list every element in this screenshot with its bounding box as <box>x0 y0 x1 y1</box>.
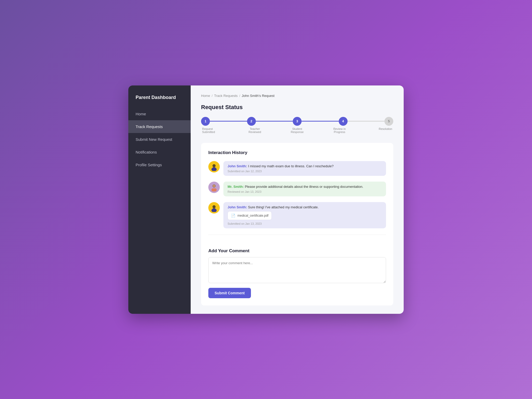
file-icon: 📄 <box>231 214 235 218</box>
message-text-2: Mr. Smith: Please provide additional det… <box>228 185 382 189</box>
comment-section: Add Your Comment Submit Comment <box>208 241 386 298</box>
attachment[interactable]: 📄 medical_certificate.pdf <box>228 211 272 220</box>
comment-title: Add Your Comment <box>208 248 386 254</box>
avatar-teacher-1 <box>208 182 220 193</box>
app-container: Parent Dashboard Home Track Requests Sub… <box>128 85 404 314</box>
step-4-circle: 4 <box>339 117 348 126</box>
step-1-circle: 1 <box>201 117 210 126</box>
avatar-student-1 <box>208 161 220 172</box>
breadcrumb-sep-1: / <box>212 94 213 98</box>
step-4-label: Review in Progress <box>329 127 350 134</box>
message-date-3: Submitted on Jan 13, 2023 <box>228 222 382 225</box>
sidebar-item-submit-new-request[interactable]: Submit New Request <box>128 133 191 146</box>
message-sender-2: Mr. Smith: <box>228 185 245 189</box>
divider <box>208 235 386 235</box>
step-5-label: Resolution <box>371 127 392 134</box>
message-item-1: John Smith: I missed my math exam due to… <box>208 161 386 176</box>
sidebar-title: Parent Dashboard <box>128 85 191 108</box>
svg-point-6 <box>212 205 216 208</box>
step-2-label: Teacher Reviewed <box>244 127 265 134</box>
breadcrumb-current: John Smith's Request <box>242 94 275 98</box>
attachment-name: medical_certificate.pdf <box>237 214 268 217</box>
submit-comment-button[interactable]: Submit Comment <box>208 288 251 298</box>
avatar-student-2 <box>208 202 220 214</box>
message-date-2: Reviewed on Jan 13, 2023 <box>228 190 382 193</box>
step-1-label: Request Submitted <box>202 127 223 134</box>
message-item-2: Mr. Smith: Please provide additional det… <box>208 182 386 196</box>
svg-rect-4 <box>211 188 217 191</box>
sidebar-item-notifications[interactable]: Notifications <box>128 146 191 158</box>
comment-textarea[interactable] <box>208 257 386 283</box>
stepper-labels: Request Submitted Teacher Reviewed Stude… <box>201 127 393 134</box>
step-line-3 <box>302 121 339 122</box>
message-text-1: John Smith: I missed my math exam due to… <box>228 164 382 168</box>
step-2-circle: 2 <box>247 117 256 126</box>
step-3-circle: 3 <box>293 117 302 126</box>
step-line-1 <box>210 121 247 122</box>
step-5-circle: 5 <box>384 117 393 126</box>
breadcrumb-home[interactable]: Home <box>201 94 210 98</box>
breadcrumb-sep-2: / <box>239 94 240 98</box>
message-bubble-3: John Smith: Sure thing! I've attached my… <box>223 202 386 228</box>
message-date-1: Submitted on Jan 12, 2023 <box>228 170 382 173</box>
request-status-title: Request Status <box>201 104 393 111</box>
message-sender-3: John Smith: <box>228 205 248 209</box>
breadcrumb: Home / Track Requests / John Smith's Req… <box>201 94 393 98</box>
breadcrumb-track-requests[interactable]: Track Requests <box>214 94 238 98</box>
step-line-2 <box>256 121 293 122</box>
message-item-3: John Smith: Sure thing! I've attached my… <box>208 202 386 228</box>
sidebar-item-profile-settings[interactable]: Profile Settings <box>128 158 191 171</box>
message-bubble-2: Mr. Smith: Please provide additional det… <box>223 182 386 196</box>
step-line-4 <box>348 121 385 122</box>
main-content: Home / Track Requests / John Smith's Req… <box>191 85 404 314</box>
stepper-track: 1 2 3 4 5 <box>201 117 393 126</box>
sidebar-item-home[interactable]: Home <box>128 108 191 120</box>
message-text-3: John Smith: Sure thing! I've attached my… <box>228 205 382 209</box>
svg-rect-2 <box>213 167 215 168</box>
message-sender-1: John Smith: <box>228 164 248 168</box>
stepper: 1 2 3 4 5 Request Submitted Teacher Revi… <box>201 117 393 134</box>
interaction-history-card: Interaction History John Smith: I missed… <box>201 143 393 305</box>
interaction-history-title: Interaction History <box>208 150 386 155</box>
svg-point-5 <box>213 185 215 187</box>
sidebar: Parent Dashboard Home Track Requests Sub… <box>128 85 191 314</box>
svg-rect-8 <box>213 208 215 209</box>
sidebar-item-track-requests[interactable]: Track Requests <box>128 120 191 133</box>
message-bubble-1: John Smith: I missed my math exam due to… <box>223 161 386 176</box>
step-3-label: Student Response <box>287 127 308 134</box>
svg-point-0 <box>212 164 216 167</box>
sidebar-nav: Home Track Requests Submit New Request N… <box>128 108 191 171</box>
